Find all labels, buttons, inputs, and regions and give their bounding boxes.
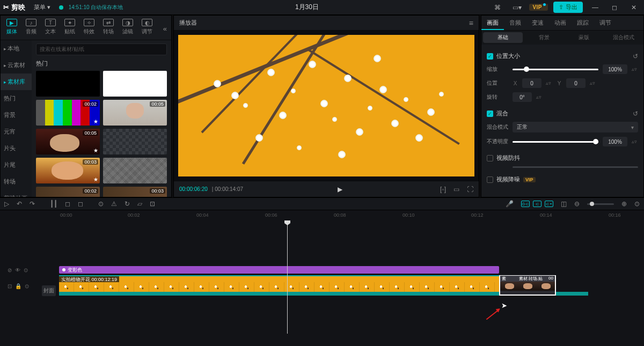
split-icon[interactable]: ┃┃ <box>50 200 57 208</box>
layout-icon[interactable]: ▭▾ <box>510 4 524 11</box>
stepper-icon[interactable]: ▵▿ <box>546 80 552 86</box>
thumbnail[interactable] <box>103 158 167 183</box>
opacity-slider[interactable] <box>513 141 598 143</box>
redo-icon[interactable]: ↷ <box>30 200 35 208</box>
subtab-mask[interactable]: 蒙版 <box>564 31 604 45</box>
tab-audio[interactable]: 音频 <box>504 16 526 30</box>
sidebar-item-library[interactable]: ▸素材库 <box>1 73 32 90</box>
tab-audio[interactable]: ♪音频 <box>22 18 40 35</box>
shortcut-icon[interactable]: ⌘ <box>491 4 504 11</box>
scale-fit-icon[interactable]: [◦] <box>440 186 446 193</box>
sidebar-item-intro[interactable]: 片头 <box>1 140 32 157</box>
timeline[interactable]: 00:00 00:02 00:04 00:06 00:08 00:10 00:1… <box>0 210 644 346</box>
opacity-value[interactable]: 100% <box>603 137 627 146</box>
tab-speed[interactable]: 变速 <box>526 16 549 30</box>
magnet-link-icon[interactable]: ⊂∘ <box>545 201 553 207</box>
time-ruler[interactable]: 00:00 00:02 00:04 00:06 00:08 00:10 00:1… <box>42 210 644 221</box>
preview-mode-icon[interactable]: ◫ <box>561 200 567 208</box>
adjust-clip[interactable]: 变彩色 <box>59 266 499 274</box>
subtab-basic[interactable]: 基础 <box>483 32 523 43</box>
tab-transition[interactable]: ⇄转场 <box>99 18 118 35</box>
tab-media[interactable]: ▶媒体 <box>3 18 21 35</box>
pos-y-value[interactable]: 0 <box>566 78 586 88</box>
tab-color[interactable]: 调节 <box>594 16 617 30</box>
magnet-main-icon[interactable]: ⊙⊂ <box>521 201 530 207</box>
thumbnail[interactable]: 00:05★ <box>36 129 100 154</box>
sidebar-item-hot[interactable]: 热门 <box>1 90 32 107</box>
checkbox-off-icon[interactable] <box>487 155 493 161</box>
play-button[interactable]: ▶ <box>338 186 342 193</box>
pos-x-value[interactable]: 0 <box>522 78 541 88</box>
stepper-icon[interactable]: ▵▿ <box>632 139 638 144</box>
player-menu-icon[interactable]: ≡ <box>469 19 473 27</box>
speed-icon[interactable]: ⊙ <box>98 200 104 208</box>
tab-effect[interactable]: ✧特效 <box>80 18 98 35</box>
tab-picture[interactable]: 画面 <box>481 16 504 30</box>
crop-icon[interactable]: ▱ <box>137 200 142 208</box>
subtab-blend[interactable]: 混合模式 <box>604 31 643 45</box>
zoom-fit-icon[interactable]: ⊙ <box>634 200 640 208</box>
ratio-icon[interactable]: ▭ <box>453 186 459 193</box>
search-input[interactable]: 搜索在线素材/贴纸 <box>36 43 167 55</box>
reset-icon[interactable]: ↺ <box>633 53 638 60</box>
thumbnail[interactable]: 00:05 <box>103 100 167 126</box>
maximize-button[interactable]: ◻ <box>608 4 621 11</box>
delete-right-icon[interactable]: ◻ <box>78 200 83 208</box>
reset-icon[interactable]: ↺ <box>633 110 638 117</box>
sidebar-item-local[interactable]: ▸本地 <box>1 40 32 57</box>
delete-left-icon[interactable]: ◻ <box>65 200 70 208</box>
thumbnail[interactable]: 00:02★ <box>36 100 100 126</box>
fullscreen-icon[interactable]: ⛶ <box>467 186 473 193</box>
zoom-out-icon[interactable]: ⊖ <box>574 200 580 208</box>
cover-button[interactable]: 封面 <box>42 285 56 296</box>
sidebar-item-outro[interactable]: 片尾 <box>1 157 32 173</box>
checkbox-on-icon[interactable]: ✓ <box>487 111 493 117</box>
zoom-in-icon[interactable]: ⊕ <box>621 200 627 208</box>
checkbox-off-icon[interactable] <box>487 176 493 183</box>
select-tool-icon[interactable]: ▷ <box>4 200 9 208</box>
thumbnail[interactable]: 00:03★ <box>36 158 100 183</box>
stepper-icon[interactable]: ▵▿ <box>632 67 638 72</box>
tab-track[interactable]: 跟踪 <box>572 16 594 30</box>
minimize-button[interactable]: — <box>588 4 602 11</box>
scale-slider[interactable] <box>513 69 598 70</box>
scale-value[interactable]: 100% <box>603 64 627 74</box>
stepper-icon[interactable]: ▵▿ <box>590 80 596 86</box>
tab-anim[interactable]: 动画 <box>549 16 572 30</box>
sidebar-item-jumpcut[interactable]: 剪跳动画 <box>1 190 32 197</box>
rotation-value[interactable]: 0° <box>513 92 532 102</box>
magnet-track-icon[interactable]: ⊂ <box>533 201 541 207</box>
thumbnail[interactable]: 00:03 <box>103 187 167 197</box>
blend-mode-select[interactable]: 正常▾ <box>513 122 638 132</box>
thumbnail[interactable]: 00:02 <box>36 187 100 197</box>
playhead-handle-icon[interactable] <box>284 220 290 225</box>
video-clip-1[interactable]: 实拍植物开花 00:00:12:19 <box>59 275 499 296</box>
sidebar-item-cloud[interactable]: ▸云素材 <box>1 57 32 73</box>
main-menu[interactable]: 菜单 ▾ <box>31 2 54 12</box>
freeze-icon[interactable]: ⊡ <box>150 200 155 208</box>
track-toggle-video[interactable]: ⊡🔒⊙ <box>8 283 29 289</box>
tab-sticker[interactable]: ✦贴纸 <box>61 18 79 35</box>
undo-icon[interactable]: ↶ <box>17 200 22 208</box>
close-button[interactable]: ✕ <box>627 4 641 11</box>
mic-icon[interactable]: 🎤 <box>506 200 514 208</box>
track-toggle-adjust[interactable]: ⊘👁⊙ <box>8 267 28 273</box>
video-clip-2[interactable]: 素材.mp4素材.转场.贴纸拉大呀00 <box>499 275 556 296</box>
clip-audio-tail[interactable] <box>556 292 588 296</box>
sidebar-item-trans[interactable]: 转场 <box>1 173 32 190</box>
preview-viewport[interactable] <box>174 31 479 181</box>
stabilize-slider[interactable] <box>513 166 638 168</box>
subtab-bg[interactable]: 背景 <box>524 31 564 45</box>
checkbox-on-icon[interactable]: ✓ <box>487 53 493 60</box>
zoom-slider[interactable] <box>587 203 614 205</box>
mirror-icon[interactable]: ⚠ <box>111 200 117 208</box>
playhead[interactable] <box>287 221 288 334</box>
vip-badge[interactable]: VIP <box>529 4 548 11</box>
tab-text[interactable]: T文本 <box>41 18 60 35</box>
sidebar-item-lantern[interactable]: 元宵 <box>1 123 32 140</box>
tab-filter[interactable]: ◑滤镜 <box>119 18 137 35</box>
collapse-icon[interactable]: « <box>163 25 169 33</box>
stepper-icon[interactable]: ▵▿ <box>536 94 543 100</box>
export-button[interactable]: ⇪导出 <box>553 2 583 13</box>
thumbnail[interactable] <box>36 71 100 97</box>
